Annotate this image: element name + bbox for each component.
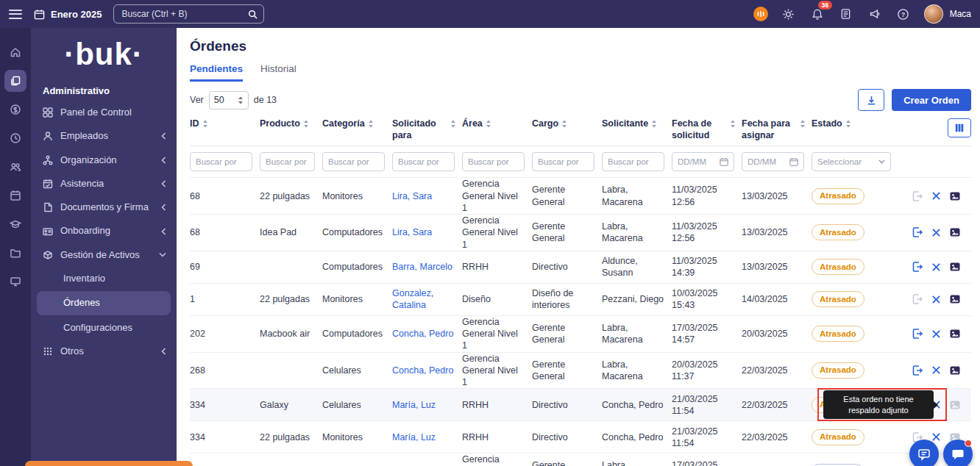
link-solicitado-para[interactable]: Gonzalez, Catalina <box>392 287 462 312</box>
assign-order-button[interactable] <box>912 293 923 305</box>
intercom-icon[interactable] <box>753 7 768 21</box>
sidebar-item-empleados[interactable]: Empleados <box>31 124 177 148</box>
column-header-fecha-asignar[interactable]: Fecha para asignar <box>742 118 812 141</box>
table-row: 334 22 pulgadas Monitores María, Luz RRH… <box>190 420 971 453</box>
cancel-order-button[interactable] <box>931 228 941 237</box>
tab-historial[interactable]: Historial <box>260 63 297 82</box>
cell-fecha-solicitud: 11/03/2025 12:56 <box>672 184 742 208</box>
filter-solicitado-input[interactable] <box>392 152 455 171</box>
sidebar-item-inventario[interactable]: Inventario <box>31 267 177 290</box>
filter-cargo-input[interactable] <box>532 152 594 171</box>
cancel-order-button[interactable] <box>931 295 941 304</box>
filter-estado-select[interactable]: Seleccionar <box>812 152 891 171</box>
asset-management-icon[interactable] <box>4 70 26 92</box>
help-icon[interactable]: ? <box>895 6 912 22</box>
filter-area-input[interactable] <box>462 152 525 171</box>
cell-cargo: Gerente General <box>532 184 602 208</box>
settings-icon[interactable] <box>781 6 797 22</box>
menu-toggle-button[interactable] <box>9 7 22 21</box>
sidebar-item-asistencia[interactable]: Asistencia <box>31 172 177 196</box>
tab-pendientes[interactable]: Pendientes <box>190 63 243 82</box>
column-header-area[interactable]: Área <box>462 118 532 130</box>
news-icon[interactable] <box>838 6 854 22</box>
filter-fecha-solicitud-input[interactable]: DD/MM <box>672 152 734 171</box>
notifications-icon[interactable]: 36 <box>809 6 825 22</box>
help-fab-button[interactable] <box>909 440 939 466</box>
home-icon[interactable] <box>4 41 26 63</box>
announcements-icon[interactable] <box>867 6 883 22</box>
cell-producto: Macbook air <box>260 328 322 340</box>
sidebar-item-organizacion[interactable]: Organización <box>31 148 177 172</box>
main-content: Órdenes Pendientes Historial Ver 50 de 1… <box>177 28 980 466</box>
column-header-categoria[interactable]: Categoría <box>322 118 392 130</box>
download-icon <box>866 95 877 106</box>
link-solicitado-para[interactable]: Lira, Sara <box>392 226 462 238</box>
remunerations-icon[interactable] <box>4 98 26 121</box>
download-button[interactable] <box>858 89 884 111</box>
cancel-order-button[interactable] <box>931 191 941 201</box>
chevron-left-icon <box>161 348 166 355</box>
assign-order-button[interactable] <box>912 365 923 376</box>
link-solicitado-para[interactable]: María, Luz <box>392 431 462 443</box>
filter-categoria-input[interactable] <box>322 152 385 171</box>
column-header-producto[interactable]: Producto <box>260 118 322 130</box>
column-header-solicitado-para[interactable]: Solicitado para <box>392 118 462 141</box>
assign-order-button[interactable] <box>912 226 923 238</box>
filter-id-input[interactable] <box>190 152 252 171</box>
link-solicitado-para[interactable]: Lira, Sara <box>392 190 462 202</box>
view-backup-button[interactable] <box>949 226 961 238</box>
cancel-order-button[interactable] <box>931 432 941 442</box>
period-selector[interactable]: Enero 2025 <box>34 9 102 20</box>
link-solicitado-para[interactable]: María, Luz <box>392 399 462 411</box>
filter-solicitante-input[interactable] <box>602 152 664 171</box>
filter-producto-input[interactable] <box>260 152 315 171</box>
cell-cargo: Gerente General <box>532 359 602 383</box>
link-solicitado-para[interactable]: Concha, Pedro <box>392 365 462 376</box>
view-backup-button[interactable] <box>949 293 961 305</box>
user-avatar[interactable] <box>924 4 943 24</box>
sidebar-item-otros[interactable]: Otros <box>31 340 177 363</box>
filter-fecha-asignar-input[interactable]: DD/MM <box>742 152 804 171</box>
search-input[interactable] <box>114 9 263 19</box>
folder-icon[interactable] <box>4 242 26 264</box>
status-badge: Atrasado <box>812 429 864 445</box>
chevron-left-icon <box>161 132 166 140</box>
link-solicitado-para[interactable]: Barra, Marcelo <box>392 261 462 273</box>
list-controls: Ver 50 de 13 Crear Orden <box>190 89 971 111</box>
sidebar-item-configuraciones[interactable]: Configuraciones <box>31 316 177 340</box>
chat-fab-button[interactable] <box>943 440 973 466</box>
time-icon[interactable] <box>4 127 26 149</box>
assign-order-button[interactable] <box>912 190 923 202</box>
column-header-estado[interactable]: Estado <box>812 118 909 130</box>
cancel-order-button[interactable] <box>931 329 941 339</box>
sidebar-item-ordenes[interactable]: Órdenes <box>37 291 171 315</box>
assign-order-button[interactable] <box>912 261 923 273</box>
intercom-launcher[interactable] <box>25 461 193 466</box>
sidebar-item-documentos-y-firma[interactable]: Documentos y Firma <box>31 196 177 219</box>
search-icon[interactable] <box>248 10 258 19</box>
sidebar-item-onboarding[interactable]: Onboarding <box>31 219 177 243</box>
people-icon[interactable] <box>4 156 26 178</box>
monitor-icon[interactable] <box>4 270 26 293</box>
view-backup-button[interactable] <box>949 399 961 411</box>
column-header-fecha-solicitud[interactable]: Fecha de solicitud <box>672 118 742 141</box>
training-icon[interactable] <box>4 213 26 235</box>
sidebar-item-panel-de-control[interactable]: Panel de Control <box>31 101 177 124</box>
calendar-rail-icon[interactable] <box>4 184 26 207</box>
view-backup-button[interactable] <box>949 261 961 273</box>
column-settings-button[interactable] <box>948 118 971 137</box>
view-backup-button[interactable] <box>949 328 961 340</box>
column-header-solicitante[interactable]: Solicitante <box>602 118 672 130</box>
cancel-order-button[interactable] <box>931 262 941 272</box>
sidebar-item-gestion-de-activos[interactable]: Gestión de Activos <box>31 243 177 267</box>
cancel-order-button[interactable] <box>931 365 941 375</box>
column-header-id[interactable]: ID <box>190 118 260 130</box>
create-order-button[interactable]: Crear Orden <box>892 89 971 111</box>
view-backup-button[interactable] <box>949 190 961 202</box>
column-header-cargo[interactable]: Cargo <box>532 118 602 130</box>
link-solicitado-para[interactable]: Concha, Pedro <box>392 328 462 340</box>
page-size-select[interactable]: 50 <box>209 91 249 110</box>
assign-order-button[interactable] <box>912 328 923 340</box>
view-backup-button[interactable] <box>949 365 961 376</box>
sidebar: ·buk· Administrativo Panel de Control Em… <box>31 28 177 466</box>
